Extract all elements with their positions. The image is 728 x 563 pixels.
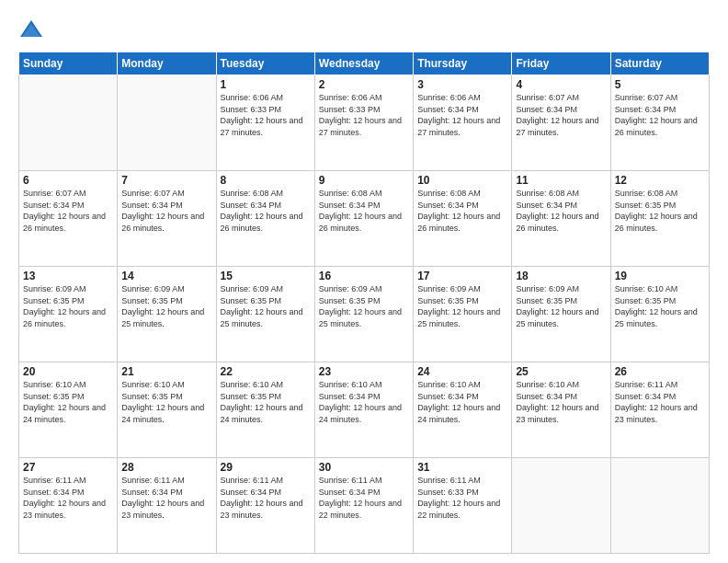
- day-info: Sunrise: 6:10 AM Sunset: 6:35 PM Dayligh…: [221, 379, 311, 425]
- calendar-cell: [118, 75, 216, 171]
- calendar-cell: 9Sunrise: 6:08 AM Sunset: 6:34 PM Daylig…: [314, 171, 413, 267]
- calendar-cell: 28Sunrise: 6:11 AM Sunset: 6:34 PM Dayli…: [118, 458, 216, 554]
- day-number: 2: [319, 78, 409, 91]
- day-info: Sunrise: 6:08 AM Sunset: 6:34 PM Dayligh…: [516, 188, 606, 234]
- calendar-cell: 5Sunrise: 6:07 AM Sunset: 6:34 PM Daylig…: [610, 75, 709, 171]
- day-info: Sunrise: 6:11 AM Sunset: 6:34 PM Dayligh…: [221, 475, 311, 521]
- calendar-cell: 20Sunrise: 6:10 AM Sunset: 6:35 PM Dayli…: [19, 362, 118, 458]
- day-number: 25: [516, 365, 606, 378]
- day-info: Sunrise: 6:06 AM Sunset: 6:33 PM Dayligh…: [319, 92, 409, 138]
- day-info: Sunrise: 6:07 AM Sunset: 6:34 PM Dayligh…: [121, 188, 211, 234]
- weekday-header-row: SundayMondayTuesdayWednesdayThursdayFrid…: [19, 52, 710, 75]
- day-number: 16: [319, 270, 409, 282]
- day-number: 29: [221, 461, 311, 474]
- calendar-cell: 27Sunrise: 6:11 AM Sunset: 6:34 PM Dayli…: [19, 458, 118, 554]
- day-number: 15: [221, 270, 311, 282]
- day-number: 12: [615, 174, 705, 187]
- calendar-cell: [512, 458, 610, 554]
- calendar-cell: [610, 458, 709, 554]
- calendar-cell: 13Sunrise: 6:09 AM Sunset: 6:35 PM Dayli…: [19, 267, 118, 362]
- day-info: Sunrise: 6:11 AM Sunset: 6:34 PM Dayligh…: [121, 475, 211, 521]
- weekday-header-saturday: Saturday: [610, 52, 709, 75]
- calendar-cell: 19Sunrise: 6:10 AM Sunset: 6:35 PM Dayli…: [610, 267, 709, 362]
- calendar-cell: 16Sunrise: 6:09 AM Sunset: 6:35 PM Dayli…: [314, 267, 413, 362]
- weekday-header-friday: Friday: [512, 52, 610, 75]
- calendar-cell: 12Sunrise: 6:08 AM Sunset: 6:35 PM Dayli…: [610, 171, 709, 267]
- week-row-4: 27Sunrise: 6:11 AM Sunset: 6:34 PM Dayli…: [19, 458, 710, 554]
- day-info: Sunrise: 6:09 AM Sunset: 6:35 PM Dayligh…: [221, 283, 311, 329]
- day-number: 20: [23, 365, 113, 378]
- day-info: Sunrise: 6:07 AM Sunset: 6:34 PM Dayligh…: [615, 92, 705, 138]
- day-info: Sunrise: 6:09 AM Sunset: 6:35 PM Dayligh…: [319, 283, 409, 329]
- calendar-cell: 23Sunrise: 6:10 AM Sunset: 6:34 PM Dayli…: [314, 362, 413, 458]
- week-row-2: 13Sunrise: 6:09 AM Sunset: 6:35 PM Dayli…: [19, 267, 710, 362]
- calendar-cell: 15Sunrise: 6:09 AM Sunset: 6:35 PM Dayli…: [216, 267, 314, 362]
- day-number: 23: [319, 365, 409, 378]
- day-number: 6: [23, 174, 113, 187]
- calendar-cell: 30Sunrise: 6:11 AM Sunset: 6:34 PM Dayli…: [314, 458, 413, 554]
- day-info: Sunrise: 6:11 AM Sunset: 6:34 PM Dayligh…: [615, 379, 705, 425]
- day-info: Sunrise: 6:06 AM Sunset: 6:34 PM Dayligh…: [417, 92, 507, 138]
- day-info: Sunrise: 6:10 AM Sunset: 6:35 PM Dayligh…: [615, 283, 705, 329]
- day-info: Sunrise: 6:10 AM Sunset: 6:35 PM Dayligh…: [23, 379, 113, 425]
- day-info: Sunrise: 6:07 AM Sunset: 6:34 PM Dayligh…: [516, 92, 606, 138]
- calendar-cell: 21Sunrise: 6:10 AM Sunset: 6:35 PM Dayli…: [118, 362, 216, 458]
- weekday-header-wednesday: Wednesday: [314, 52, 413, 75]
- calendar-cell: 14Sunrise: 6:09 AM Sunset: 6:35 PM Dayli…: [118, 267, 216, 362]
- calendar-cell: 31Sunrise: 6:11 AM Sunset: 6:33 PM Dayli…: [414, 458, 512, 554]
- day-number: 14: [121, 270, 211, 282]
- day-info: Sunrise: 6:09 AM Sunset: 6:35 PM Dayligh…: [516, 283, 606, 329]
- day-number: 27: [23, 461, 113, 474]
- calendar-cell: 11Sunrise: 6:08 AM Sunset: 6:34 PM Dayli…: [512, 171, 610, 267]
- day-number: 21: [121, 365, 211, 378]
- calendar-cell: 29Sunrise: 6:11 AM Sunset: 6:34 PM Dayli…: [216, 458, 314, 554]
- calendar-cell: 3Sunrise: 6:06 AM Sunset: 6:34 PM Daylig…: [414, 75, 512, 171]
- calendar-cell: 7Sunrise: 6:07 AM Sunset: 6:34 PM Daylig…: [118, 171, 216, 267]
- week-row-1: 6Sunrise: 6:07 AM Sunset: 6:34 PM Daylig…: [19, 171, 710, 267]
- day-number: 5: [615, 78, 705, 91]
- day-number: 18: [516, 270, 606, 282]
- day-number: 26: [615, 365, 705, 378]
- calendar-cell: [19, 75, 118, 171]
- day-number: 9: [319, 174, 409, 187]
- day-number: 30: [319, 461, 409, 474]
- calendar-cell: 10Sunrise: 6:08 AM Sunset: 6:34 PM Dayli…: [414, 171, 512, 267]
- day-info: Sunrise: 6:08 AM Sunset: 6:34 PM Dayligh…: [417, 188, 507, 234]
- weekday-header-monday: Monday: [118, 52, 216, 75]
- calendar-cell: 2Sunrise: 6:06 AM Sunset: 6:33 PM Daylig…: [314, 75, 413, 171]
- day-info: Sunrise: 6:10 AM Sunset: 6:34 PM Dayligh…: [516, 379, 606, 425]
- day-number: 22: [221, 365, 311, 378]
- header: [18, 17, 710, 42]
- logo-icon: [18, 17, 44, 42]
- weekday-header-tuesday: Tuesday: [216, 52, 314, 75]
- calendar-cell: 18Sunrise: 6:09 AM Sunset: 6:35 PM Dayli…: [512, 267, 610, 362]
- day-info: Sunrise: 6:10 AM Sunset: 6:35 PM Dayligh…: [121, 379, 211, 425]
- day-info: Sunrise: 6:08 AM Sunset: 6:34 PM Dayligh…: [221, 188, 311, 234]
- calendar-cell: 26Sunrise: 6:11 AM Sunset: 6:34 PM Dayli…: [610, 362, 709, 458]
- calendar-cell: 1Sunrise: 6:06 AM Sunset: 6:33 PM Daylig…: [216, 75, 314, 171]
- day-number: 19: [615, 270, 705, 282]
- day-info: Sunrise: 6:10 AM Sunset: 6:34 PM Dayligh…: [417, 379, 507, 425]
- day-info: Sunrise: 6:11 AM Sunset: 6:34 PM Dayligh…: [23, 475, 113, 521]
- day-info: Sunrise: 6:08 AM Sunset: 6:34 PM Dayligh…: [319, 188, 409, 234]
- day-number: 7: [121, 174, 211, 187]
- day-info: Sunrise: 6:09 AM Sunset: 6:35 PM Dayligh…: [417, 283, 507, 329]
- calendar-cell: 22Sunrise: 6:10 AM Sunset: 6:35 PM Dayli…: [216, 362, 314, 458]
- day-info: Sunrise: 6:06 AM Sunset: 6:33 PM Dayligh…: [221, 92, 311, 138]
- day-number: 10: [417, 174, 507, 187]
- day-info: Sunrise: 6:09 AM Sunset: 6:35 PM Dayligh…: [23, 283, 113, 329]
- calendar-cell: 17Sunrise: 6:09 AM Sunset: 6:35 PM Dayli…: [414, 267, 512, 362]
- day-number: 8: [221, 174, 311, 187]
- day-info: Sunrise: 6:07 AM Sunset: 6:34 PM Dayligh…: [23, 188, 113, 234]
- weekday-header-thursday: Thursday: [414, 52, 512, 75]
- calendar-cell: 25Sunrise: 6:10 AM Sunset: 6:34 PM Dayli…: [512, 362, 610, 458]
- day-info: Sunrise: 6:11 AM Sunset: 6:33 PM Dayligh…: [417, 475, 507, 521]
- weekday-header-sunday: Sunday: [19, 52, 118, 75]
- day-number: 3: [417, 78, 507, 91]
- calendar-cell: 8Sunrise: 6:08 AM Sunset: 6:34 PM Daylig…: [216, 171, 314, 267]
- day-info: Sunrise: 6:09 AM Sunset: 6:35 PM Dayligh…: [121, 283, 211, 329]
- calendar-table: SundayMondayTuesdayWednesdayThursdayFrid…: [18, 52, 710, 554]
- day-number: 11: [516, 174, 606, 187]
- day-number: 17: [417, 270, 507, 282]
- calendar-cell: 6Sunrise: 6:07 AM Sunset: 6:34 PM Daylig…: [19, 171, 118, 267]
